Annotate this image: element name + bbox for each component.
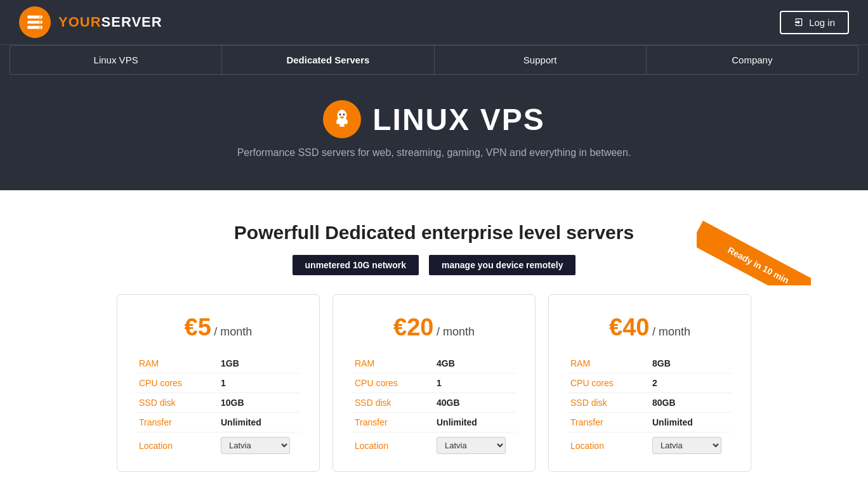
spec-label: SSD disk: [136, 393, 218, 413]
spec-select-cell[interactable]: Latvia Germany Netherlands USA: [218, 432, 300, 459]
svg-point-12: [344, 124, 348, 126]
spec-row-location: Location Latvia Germany Netherlands USA: [136, 432, 300, 459]
spec-row: SSD disk 10GB: [136, 393, 300, 413]
svg-point-4: [39, 22, 41, 23]
price-line-3: €40 / month: [568, 314, 732, 341]
login-button[interactable]: Log in: [780, 11, 849, 34]
svg-point-8: [339, 114, 341, 115]
spec-row: SSD disk 80GB: [568, 393, 732, 413]
login-label: Log in: [809, 17, 835, 28]
pricing-card-1: €5 / month RAM 1GB CPU cores 1 SSD disk …: [117, 294, 320, 472]
svg-point-5: [39, 27, 41, 28]
price-amount-3: €40: [609, 314, 649, 341]
spec-table-1: RAM 1GB CPU cores 1 SSD disk 10GB Transf…: [136, 354, 300, 458]
spec-row: Transfer Unlimited: [352, 413, 516, 432]
spec-label: SSD disk: [568, 393, 650, 413]
login-icon: [794, 17, 804, 27]
badge-remote: manage you device remotely: [429, 255, 575, 275]
price-line-1: €5 / month: [136, 314, 300, 341]
spec-row: CPU cores 2: [568, 373, 732, 393]
spec-select-cell[interactable]: Latvia Germany Netherlands USA: [650, 432, 732, 459]
pricing-card-2: €20 / month RAM 4GB CPU cores 1 SSD disk…: [332, 294, 536, 472]
logo-icon: [19, 6, 51, 38]
spec-value: 1GB: [218, 354, 300, 373]
spec-label: RAM: [568, 354, 650, 373]
spec-label: Transfer: [136, 413, 218, 432]
spec-label: Transfer: [568, 413, 650, 432]
spec-value: 8GB: [650, 354, 732, 373]
svg-point-9: [343, 114, 345, 115]
main-nav: Linux VPS Dedicated Servers Support Comp…: [0, 44, 868, 75]
location-select-3[interactable]: Latvia Germany Netherlands USA: [652, 437, 721, 454]
spec-label: RAM: [352, 354, 434, 373]
spec-row: SSD disk 40GB: [352, 393, 516, 413]
hero-linux-icon: [323, 100, 361, 138]
pricing-card-3: €40 / month RAM 8GB CPU cores 2 SSD disk…: [548, 294, 751, 472]
spec-label: CPU cores: [352, 373, 434, 393]
spec-row: RAM 4GB: [352, 354, 516, 373]
spec-value: 1: [218, 373, 300, 393]
spec-label: Transfer: [352, 413, 434, 432]
site-header: YOURSERVER Log in: [0, 0, 868, 44]
nav-link-dedicated-servers[interactable]: Dedicated Servers: [222, 46, 433, 74]
nav-link-linux-vps[interactable]: Linux VPS: [10, 46, 221, 74]
spec-label: CPU cores: [136, 373, 218, 393]
ribbon-container: Ready in 10 min: [697, 209, 811, 285]
spec-label: CPU cores: [568, 373, 650, 393]
nav-link-support[interactable]: Support: [435, 46, 646, 74]
price-period-2: / month: [437, 325, 475, 338]
spec-row: CPU cores 1: [352, 373, 516, 393]
price-line-2: €20 / month: [352, 314, 516, 341]
spec-label-location: Location: [568, 432, 650, 459]
svg-point-3: [39, 16, 41, 18]
hero-title-area: LINUX VPS: [13, 100, 855, 138]
spec-row: RAM 1GB: [136, 354, 300, 373]
spec-row: Transfer Unlimited: [568, 413, 732, 432]
location-select-1[interactable]: Latvia Germany Netherlands USA: [221, 437, 290, 454]
logo-text: YOURSERVER: [58, 14, 162, 30]
server-icon: [26, 13, 44, 31]
pricing-row: €5 / month RAM 1GB CPU cores 1 SSD disk …: [19, 294, 849, 472]
spec-value: Unlimited: [434, 413, 516, 432]
logo: YOURSERVER: [19, 6, 162, 38]
logo-suffix: SERVER: [102, 14, 162, 30]
spec-row-location: Location Latvia Germany Netherlands USA: [568, 432, 732, 459]
logo-prefix: YOUR: [58, 14, 102, 30]
spec-value: 10GB: [218, 393, 300, 413]
spec-row: Transfer Unlimited: [136, 413, 300, 432]
spec-label: RAM: [136, 354, 218, 373]
nav-item-company[interactable]: Company: [647, 46, 858, 74]
spec-row: RAM 8GB: [568, 354, 732, 373]
nav-item-dedicated-servers[interactable]: Dedicated Servers: [222, 46, 434, 74]
nav-item-linux-vps[interactable]: Linux VPS: [10, 46, 222, 74]
spec-table-2: RAM 4GB CPU cores 1 SSD disk 40GB Transf…: [352, 354, 516, 458]
spec-value: 40GB: [434, 393, 516, 413]
spec-table-3: RAM 8GB CPU cores 2 SSD disk 80GB Transf…: [568, 354, 732, 458]
location-select-2[interactable]: Latvia Germany Netherlands USA: [437, 437, 506, 454]
spec-value: 1: [434, 373, 516, 393]
nav-link-company[interactable]: Company: [647, 46, 858, 74]
badge-network: unmetered 10G network: [293, 255, 419, 275]
spec-label-location: Location: [352, 432, 434, 459]
spec-row: CPU cores 1: [136, 373, 300, 393]
price-amount-2: €20: [393, 314, 433, 341]
spec-value: 2: [650, 373, 732, 393]
spec-select-cell[interactable]: Latvia Germany Netherlands USA: [434, 432, 516, 459]
svg-point-11: [336, 124, 340, 126]
hero-section: LINUX VPS Performance SSD servers for we…: [0, 75, 868, 190]
spec-label: SSD disk: [352, 393, 434, 413]
section-header: Powerfull Dedicated enterprise level ser…: [19, 222, 849, 275]
spec-value: Unlimited: [218, 413, 300, 432]
svg-point-10: [340, 117, 344, 119]
spec-label-location: Location: [136, 432, 218, 459]
tux-icon: [331, 108, 353, 131]
main-content: Powerfull Dedicated enterprise level ser…: [0, 190, 868, 487]
spec-row-location: Location Latvia Germany Netherlands USA: [352, 432, 516, 459]
spec-value: 80GB: [650, 393, 732, 413]
price-period-1: / month: [214, 325, 252, 338]
hero-subtitle: Performance SSD servers for web, streami…: [13, 147, 855, 159]
spec-value: 4GB: [434, 354, 516, 373]
spec-value: Unlimited: [650, 413, 732, 432]
nav-item-support[interactable]: Support: [435, 46, 647, 74]
hero-title: LINUX VPS: [372, 102, 544, 137]
